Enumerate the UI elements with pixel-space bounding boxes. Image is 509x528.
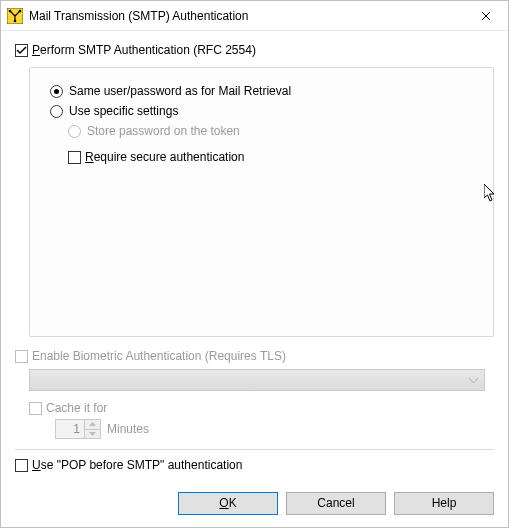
cache-checkbox — [29, 402, 42, 415]
chevron-down-icon — [469, 373, 478, 387]
radio-store-token-label: Store password on the token — [87, 124, 240, 138]
cache-row: Cache it for — [29, 401, 494, 415]
biometric-dropdown — [29, 369, 485, 391]
app-icon — [7, 8, 23, 24]
close-icon — [481, 11, 491, 21]
smtp-auth-group: Same user/password as for Mail Retrieval… — [29, 67, 494, 337]
biometric-checkbox — [15, 350, 28, 363]
radio-specific[interactable] — [50, 105, 63, 118]
radio-same-user-row: Same user/password as for Mail Retrieval — [48, 84, 477, 98]
biometric-block: Enable Biometric Authentication (Require… — [15, 349, 494, 443]
spinner-up-button — [85, 420, 100, 429]
pop-before-smtp-row: Use "POP before SMTP" authentication — [15, 458, 494, 472]
cache-unit-label: Minutes — [107, 422, 149, 436]
cancel-button[interactable]: Cancel — [286, 492, 386, 515]
cache-label: Cache it for — [46, 401, 107, 415]
radio-specific-row: Use specific settings — [48, 104, 477, 118]
titlebar: Mail Transmission (SMTP) Authentication — [1, 1, 508, 31]
dialog-buttons: OK Cancel Help — [1, 492, 508, 527]
biometric-label: Enable Biometric Authentication (Require… — [32, 349, 286, 363]
checkmark-icon — [16, 45, 27, 56]
radio-store-token-row: Store password on the token — [48, 124, 477, 138]
require-secure-label: Require secure authentication — [85, 150, 244, 164]
dialog-window: Mail Transmission (SMTP) Authentication … — [0, 0, 509, 528]
pop-before-smtp-label: Use "POP before SMTP" authentication — [32, 458, 242, 472]
window-title: Mail Transmission (SMTP) Authentication — [29, 9, 464, 23]
separator — [15, 449, 494, 450]
cache-spinner-row: Minutes — [55, 419, 494, 439]
spinner-down-button — [85, 429, 100, 439]
radio-specific-label: Use specific settings — [69, 104, 178, 118]
close-button[interactable] — [464, 1, 508, 30]
chevron-down-icon — [89, 432, 96, 436]
radio-store-token — [68, 125, 81, 138]
svg-point-2 — [19, 9, 22, 12]
perform-smtp-auth-row: Perform SMTP Authentication (RFC 2554) — [15, 43, 494, 57]
perform-smtp-auth-checkbox[interactable] — [15, 44, 28, 57]
require-secure-checkbox[interactable] — [68, 151, 81, 164]
radio-same-user-label: Same user/password as for Mail Retrieval — [69, 84, 291, 98]
ok-button[interactable]: OK — [178, 492, 278, 515]
cache-minutes-spinner — [55, 419, 101, 439]
biometric-row: Enable Biometric Authentication (Require… — [15, 349, 494, 363]
dialog-content: Perform SMTP Authentication (RFC 2554) S… — [1, 31, 508, 492]
help-button[interactable]: Help — [394, 492, 494, 515]
chevron-up-icon — [89, 422, 96, 426]
svg-point-3 — [14, 19, 17, 22]
require-secure-row: Require secure authentication — [48, 150, 477, 164]
svg-point-1 — [9, 9, 12, 12]
radio-same-user[interactable] — [50, 85, 63, 98]
pop-before-smtp-checkbox[interactable] — [15, 459, 28, 472]
cache-minutes-input — [55, 419, 85, 439]
perform-smtp-auth-label: Perform SMTP Authentication (RFC 2554) — [32, 43, 256, 57]
